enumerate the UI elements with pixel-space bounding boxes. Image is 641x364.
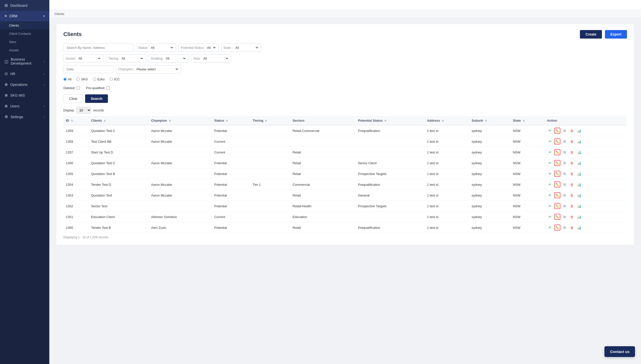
- tiering-select[interactable]: All: [120, 55, 144, 62]
- delete-icon[interactable]: 🗑: [569, 192, 575, 198]
- delete-icon[interactable]: 🗑: [569, 160, 575, 166]
- radio-all[interactable]: [63, 78, 67, 81]
- settings-row-icon[interactable]: ⚙: [562, 181, 568, 188]
- sidebar-item-crm[interactable]: ≡ CRM ▾: [0, 11, 49, 21]
- view-icon[interactable]: 👁: [547, 171, 553, 177]
- delete-icon[interactable]: 🗑: [569, 203, 575, 209]
- chart-icon[interactable]: 📊: [576, 214, 582, 220]
- col-id[interactable]: ID ⇅: [63, 116, 89, 125]
- edit-icon[interactable]: ✏️: [554, 149, 560, 155]
- clear-button[interactable]: Clear: [63, 94, 83, 103]
- col-tiering[interactable]: Tiering ⇅: [250, 116, 290, 125]
- grading-select[interactable]: All: [165, 55, 186, 62]
- col-sectors[interactable]: Sectors: [290, 116, 356, 125]
- col-potential-status[interactable]: Potential Status ⇅: [356, 116, 425, 125]
- sidebar-item-sites[interactable]: Sites: [0, 38, 49, 46]
- view-icon[interactable]: 👁: [547, 160, 553, 166]
- sidebar-item-skg-ims[interactable]: ⊗ SKG IMS: [0, 90, 49, 101]
- view-icon[interactable]: 👁: [547, 225, 553, 231]
- view-icon[interactable]: 👁: [547, 203, 553, 209]
- delete-icon[interactable]: 🗑: [569, 214, 575, 220]
- col-status[interactable]: Status ⇅: [212, 116, 250, 125]
- col-address[interactable]: Address ⇅: [424, 116, 469, 125]
- settings-row-icon[interactable]: ⚙: [562, 138, 568, 144]
- col-champion[interactable]: Champion ⇅: [148, 116, 212, 125]
- delete-icon[interactable]: 🗑: [569, 171, 575, 177]
- settings-row-icon[interactable]: ⚙: [562, 128, 568, 134]
- state-select[interactable]: All: [234, 44, 259, 52]
- col-suburb[interactable]: Suburb ⇅: [469, 116, 510, 125]
- deleted-label[interactable]: Deleted:: [63, 86, 80, 90]
- create-button[interactable]: Create: [580, 30, 602, 39]
- radio-icc[interactable]: [110, 78, 113, 81]
- chart-icon[interactable]: 📊: [576, 225, 582, 231]
- chart-icon[interactable]: 📊: [576, 192, 582, 198]
- status-select[interactable]: All: [150, 44, 174, 52]
- edit-icon[interactable]: ✏️: [554, 203, 560, 209]
- year-select[interactable]: All: [202, 55, 229, 62]
- chart-icon[interactable]: 📊: [576, 203, 582, 209]
- view-icon[interactable]: 👁: [547, 138, 553, 144]
- export-button[interactable]: Export: [605, 30, 627, 39]
- radio-icc-label[interactable]: ICC: [110, 77, 120, 81]
- settings-row-icon[interactable]: ⚙: [562, 203, 568, 209]
- radio-ezko-label[interactable]: Ezko: [93, 77, 105, 81]
- sector-select[interactable]: All: [77, 55, 101, 62]
- edit-icon[interactable]: ✏️: [554, 160, 560, 166]
- chart-icon[interactable]: 📊: [576, 149, 582, 155]
- date-input[interactable]: [63, 65, 113, 73]
- sidebar-item-settings[interactable]: ⚙ Settings ›: [0, 111, 49, 122]
- delete-icon[interactable]: 🗑: [569, 128, 575, 134]
- edit-icon[interactable]: ✏️: [554, 214, 560, 220]
- view-icon[interactable]: 👁: [547, 128, 553, 134]
- radio-ezko[interactable]: [93, 78, 96, 81]
- contact-us-button[interactable]: Contact us: [604, 346, 635, 357]
- search-name-address-input[interactable]: [63, 44, 133, 52]
- edit-icon[interactable]: ✏️: [554, 181, 560, 188]
- search-button[interactable]: Search: [85, 94, 108, 103]
- edit-icon[interactable]: ✏️: [554, 171, 560, 177]
- sidebar-item-business-development[interactable]: ◫ Business Development ›: [0, 54, 49, 68]
- sidebar-item-client-contacts[interactable]: Client Contacts: [0, 30, 49, 38]
- radio-skg[interactable]: [76, 78, 80, 81]
- potential-status-select[interactable]: All: [206, 44, 216, 52]
- delete-icon[interactable]: 🗑: [569, 138, 575, 144]
- sidebar-item-assets[interactable]: Assets: [0, 46, 49, 54]
- col-clients[interactable]: Clients ⇅: [89, 116, 149, 125]
- edit-icon[interactable]: ✏️: [554, 192, 560, 198]
- chart-icon[interactable]: 📊: [576, 181, 582, 188]
- chart-icon[interactable]: 📊: [576, 138, 582, 144]
- delete-icon[interactable]: 🗑: [569, 225, 575, 231]
- settings-row-icon[interactable]: ⚙: [562, 149, 568, 155]
- sidebar-item-clients[interactable]: Clients: [0, 21, 49, 30]
- view-icon[interactable]: 👁: [547, 149, 553, 155]
- edit-icon[interactable]: ✏️: [554, 128, 560, 134]
- deleted-checkbox[interactable]: [77, 86, 80, 90]
- delete-icon[interactable]: 🗑: [569, 149, 575, 155]
- radio-all-label[interactable]: All: [63, 77, 71, 81]
- chart-icon[interactable]: 📊: [576, 128, 582, 134]
- settings-row-icon[interactable]: ⚙: [562, 225, 568, 231]
- edit-icon[interactable]: ✏️: [554, 225, 560, 231]
- radio-skg-label[interactable]: SKG: [76, 77, 88, 81]
- display-records-select[interactable]: 10 25 50 100: [76, 107, 91, 114]
- view-icon[interactable]: 👁: [547, 214, 553, 220]
- col-state[interactable]: State ⇅: [510, 116, 545, 125]
- view-icon[interactable]: 👁: [547, 181, 553, 188]
- sidebar-item-users[interactable]: ⊕ Users ›: [0, 101, 49, 111]
- view-icon[interactable]: 👁: [547, 192, 553, 198]
- chart-icon[interactable]: 📊: [576, 171, 582, 177]
- sidebar-item-dashboard[interactable]: ⊞ Dashboard: [0, 0, 49, 11]
- settings-row-icon[interactable]: ⚙: [562, 214, 568, 220]
- champion-select[interactable]: Please select: [135, 65, 179, 73]
- delete-icon[interactable]: 🗑: [569, 181, 575, 188]
- chart-icon[interactable]: 📊: [576, 160, 582, 166]
- settings-row-icon[interactable]: ⚙: [562, 192, 568, 198]
- sidebar-item-operations[interactable]: ⊕ Operations ›: [0, 79, 49, 90]
- prequalified-checkbox[interactable]: [106, 86, 110, 90]
- edit-icon[interactable]: ✏️: [554, 138, 560, 144]
- settings-row-icon[interactable]: ⚙: [562, 171, 568, 177]
- sidebar-item-hr[interactable]: ⊙ HR ›: [0, 68, 49, 79]
- settings-row-icon[interactable]: ⚙: [562, 160, 568, 166]
- prequalified-label[interactable]: Pre-qualified:: [86, 86, 110, 90]
